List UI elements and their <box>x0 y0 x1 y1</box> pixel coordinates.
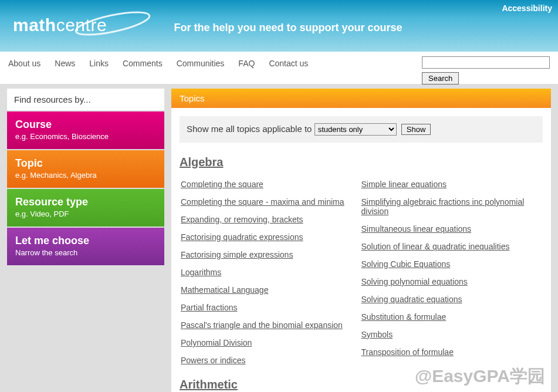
topic-link[interactable]: Simultaneous linear equations <box>361 224 542 234</box>
section-title-arithmetic[interactable]: Arithmetic <box>180 378 543 391</box>
content: Find resources by... Course e.g. Economi… <box>0 84 558 392</box>
nav-communities[interactable]: Communities <box>177 59 225 68</box>
nav-contact[interactable]: Contact us <box>269 59 308 68</box>
sidebar-item-sub: e.g. Economics, Bioscience <box>15 132 156 141</box>
sidebar-item-sub: Narrow the search <box>15 248 156 257</box>
sidebar-item-title: Course <box>15 119 156 131</box>
algebra-col-right: Simple linear equations Simplifying alge… <box>361 180 542 373</box>
section-arithmetic: Arithmetic <box>171 373 551 392</box>
topic-link[interactable]: Powers or indices <box>181 356 361 365</box>
topic-link[interactable]: Solution of linear & quadratic inequalit… <box>361 242 542 251</box>
topic-link[interactable]: Simplifying algebraic fractions inc poly… <box>361 197 542 216</box>
nav-faq[interactable]: FAQ <box>238 59 255 68</box>
nav-comments[interactable]: Comments <box>123 59 163 68</box>
sidebar-item-sub: e.g. Mechanics, Algebra <box>15 171 156 180</box>
section-title-algebra[interactable]: Algebra <box>180 156 543 169</box>
topics-header: Topics <box>171 89 551 108</box>
algebra-col-left: Completing the square Completing the squ… <box>181 180 361 373</box>
tagline: For the help you need to support your co… <box>174 22 402 34</box>
topic-link[interactable]: Factorising quadratic expressions <box>181 232 361 242</box>
topic-link[interactable]: Polynomial Division <box>181 338 361 347</box>
topic-link[interactable]: Solving Cubic Equations <box>361 259 542 269</box>
topic-link[interactable]: Substitution & formulae <box>361 312 542 322</box>
sidebar-item-title: Resource type <box>15 196 156 208</box>
show-button[interactable]: Show <box>401 124 431 135</box>
nav-about[interactable]: About us <box>8 59 40 68</box>
accessibility-link[interactable]: Accessibility <box>502 4 552 13</box>
filter-bar: Show me all topics applicable to student… <box>180 116 543 143</box>
nav-news[interactable]: News <box>55 59 75 68</box>
main-panel: Topics Show me all topics applicable to … <box>171 89 551 392</box>
search-button[interactable]: Search <box>422 72 459 85</box>
sidebar-item-title: Topic <box>15 157 156 170</box>
sidebar-header: Find resources by... <box>7 89 164 111</box>
sidebar-item-topic[interactable]: Topic e.g. Mechanics, Algebra <box>7 150 164 189</box>
sidebar-item-sub: e.g. Video, PDF <box>15 209 156 218</box>
navbar: About us News Links Comments Communities… <box>0 52 558 84</box>
logo-text: mathcentre <box>13 15 107 35</box>
topic-link[interactable]: Logarithms <box>181 268 361 277</box>
filter-label: Show me all topics applicable to <box>187 124 314 134</box>
search-area: Search <box>422 56 550 85</box>
topic-link[interactable]: Solving quadratic equations <box>361 295 542 304</box>
sidebar-item-resource-type[interactable]: Resource type e.g. Video, PDF <box>7 189 164 228</box>
sidebar-item-course[interactable]: Course e.g. Economics, Bioscience <box>7 111 164 150</box>
algebra-columns: Completing the square Completing the squ… <box>171 180 551 373</box>
sidebar-item-choose[interactable]: Let me choose Narrow the search <box>7 228 164 266</box>
topic-link[interactable]: Partial fractions <box>181 303 361 312</box>
sidebar-item-title: Let me choose <box>15 235 156 247</box>
topic-link[interactable]: Symbols <box>361 330 542 339</box>
logo[interactable]: mathcentre <box>13 7 153 43</box>
topic-link[interactable]: Simple linear equations <box>361 180 542 189</box>
search-input[interactable] <box>422 56 550 69</box>
filter-select[interactable]: students only <box>314 123 397 136</box>
nav-links-item[interactable]: Links <box>89 59 109 68</box>
topic-link[interactable]: Completing the square <box>181 180 361 189</box>
header: Accessibility mathcentre For the help yo… <box>0 0 558 52</box>
topic-link[interactable]: Completing the square - maxima and minim… <box>181 197 361 207</box>
topic-link[interactable]: Mathematical Language <box>181 285 361 295</box>
topic-link[interactable]: Factorising simple expressions <box>181 250 361 259</box>
topic-link[interactable]: Pascal's triangle and the binomial expan… <box>181 320 361 330</box>
topic-link[interactable]: Solving polynomial equations <box>361 277 542 286</box>
sidebar: Find resources by... Course e.g. Economi… <box>7 89 164 392</box>
topic-link[interactable]: Transposition of formulae <box>361 347 542 357</box>
topic-link[interactable]: Expanding, or removing, brackets <box>181 215 361 224</box>
section-algebra: Algebra <box>171 151 551 180</box>
